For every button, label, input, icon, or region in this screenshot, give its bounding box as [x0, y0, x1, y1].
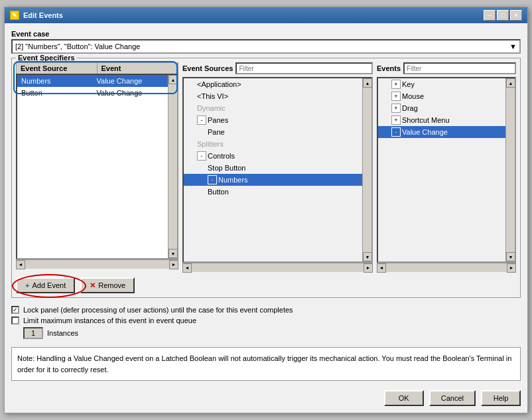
help-button[interactable]: Help — [481, 390, 521, 406]
src-hscroll-left[interactable]: ◄ — [182, 263, 192, 273]
lock-panel-label: Lock panel (defer processing of user act… — [23, 306, 293, 314]
event-value-change[interactable]: -Value Change — [378, 126, 505, 138]
instances-input[interactable]: 1 — [23, 327, 43, 339]
valuechange-expand-icon[interactable]: - — [391, 127, 401, 137]
sources-hscrollbar[interactable]: ◄ ► — [182, 263, 373, 272]
sources-filter-input[interactable] — [235, 62, 373, 74]
events-filter-row: Events — [377, 62, 516, 74]
event-drag[interactable]: +Drag — [378, 102, 505, 114]
events-tree: +Key +Mouse +Drag +Shortcut Menu — [377, 77, 516, 263]
limit-instances-label: Limit maximum instances of this event in… — [23, 316, 196, 324]
sources-vscrollbar[interactable]: ▲ ▼ — [362, 78, 371, 261]
dialog-icon: ✎ — [10, 11, 19, 20]
event-case-section: Event case [2] "Numbers", "Button": Valu… — [11, 30, 521, 54]
event-shortcut-menu[interactable]: +Shortcut Menu — [378, 114, 505, 126]
specifiers-hscrollbar[interactable]: ◄ ► — [16, 259, 178, 269]
sources-scroll-up[interactable]: ▲ — [363, 78, 372, 88]
event-cell: Value Change — [93, 76, 168, 86]
events-label: Events — [377, 64, 401, 72]
events-hscrollbar[interactable]: ◄ ► — [377, 263, 516, 272]
dialog-footer: OK Cancel Help — [11, 390, 521, 406]
source-controls[interactable]: -Controls — [184, 150, 362, 162]
scroll-up-btn[interactable]: ▲ — [168, 75, 178, 84]
title-bar-left: ✎ Edit Events — [10, 11, 63, 20]
restore-button[interactable]: □ — [497, 10, 509, 21]
specifiers-vscrollbar[interactable]: ▲ ▼ — [168, 75, 177, 258]
event-specifiers-group: Event Specifiers Event Source Event — [11, 58, 521, 298]
col-event-source: Event Source — [17, 63, 98, 74]
title-bar: ✎ Edit Events ─ □ ✕ — [5, 7, 527, 23]
hscroll-left-btn[interactable]: ◄ — [16, 260, 25, 269]
events-scroll-up[interactable]: ▲ — [506, 78, 515, 88]
shortcut-expand-icon[interactable]: + — [391, 115, 401, 125]
event-case-dropdown[interactable]: [2] "Numbers", "Button": Value Change ▼ — [11, 39, 521, 54]
source-panes[interactable]: -Panes — [184, 114, 362, 126]
event-case-row: [2] "Numbers", "Button": Value Change ▼ — [11, 39, 521, 54]
event-mouse[interactable]: +Mouse — [378, 90, 505, 102]
source-application[interactable]: <Application> — [184, 78, 362, 90]
event-key[interactable]: +Key — [378, 78, 505, 90]
minimize-button[interactable]: ─ — [484, 10, 496, 21]
col-event: Event — [98, 63, 178, 74]
source-this-vi[interactable]: <This VI> — [184, 90, 362, 102]
event-cell: Value Change — [93, 88, 168, 98]
sources-scroll-down[interactable]: ▼ — [363, 252, 372, 261]
edit-events-dialog: ✎ Edit Events ─ □ ✕ Event case [2] "Numb… — [4, 7, 528, 413]
event-sources-section: Event Sources <Application> <This VI> Dy… — [182, 62, 373, 272]
scroll-down-btn[interactable]: ▼ — [168, 249, 178, 258]
numbers-expand-icon[interactable]: - — [208, 175, 217, 184]
event-case-value: [2] "Numbers", "Button": Value Change — [15, 42, 140, 50]
options-section: Lock panel (defer processing of user act… — [11, 306, 521, 339]
limit-instances-row: Limit maximum instances of this event in… — [11, 316, 521, 324]
dialog-body: Event case [2] "Numbers", "Button": Valu… — [5, 23, 527, 413]
hscroll-right-btn[interactable]: ► — [169, 260, 178, 269]
sources-filter-row: Event Sources — [182, 62, 373, 74]
evt-hscroll-right[interactable]: ► — [507, 263, 516, 273]
src-hscroll-track — [192, 265, 364, 271]
source-cell: Numbers — [17, 76, 93, 86]
instances-row: 1 Instances — [11, 327, 521, 339]
event-case-label: Event case — [11, 30, 521, 38]
sources-tree: <Application> <This VI> Dynamic -Panes P… — [182, 77, 373, 263]
lock-panel-checkbox[interactable] — [11, 306, 19, 314]
src-hscroll-right[interactable]: ► — [364, 263, 373, 273]
hscroll-track — [25, 261, 169, 268]
source-button[interactable]: Button — [184, 186, 362, 198]
limit-instances-checkbox[interactable] — [11, 316, 19, 324]
sources-label: Event Sources — [182, 64, 233, 72]
plus-icon: + — [25, 281, 29, 289]
sources-tree-items: <Application> <This VI> Dynamic -Panes P… — [184, 78, 362, 261]
source-stop-button[interactable]: Stop Button — [184, 162, 362, 174]
events-section: Events +Key +Mouse — [377, 62, 516, 272]
add-event-button[interactable]: + Add Event — [16, 277, 75, 293]
ok-button[interactable]: OK — [384, 390, 424, 406]
mouse-expand-icon[interactable]: + — [391, 92, 401, 101]
remove-button[interactable]: ✕ Remove — [80, 277, 135, 293]
close-button[interactable]: ✕ — [510, 10, 522, 21]
source-cell: Button — [17, 88, 93, 98]
add-event-label: Add Event — [32, 281, 66, 289]
panes-expand-icon[interactable]: - — [197, 115, 206, 125]
evt-hscroll-left[interactable]: ◄ — [377, 263, 386, 273]
note-box: Note: Handling a Value Changed event on … — [11, 347, 521, 381]
source-numbers[interactable]: -Numbers — [184, 174, 362, 186]
events-scroll-down[interactable]: ▼ — [506, 252, 515, 261]
table-row[interactable]: Numbers Value Change — [17, 75, 168, 87]
events-tree-items: +Key +Mouse +Drag +Shortcut Menu — [378, 78, 505, 261]
title-bar-controls: ─ □ ✕ — [484, 10, 522, 21]
drag-expand-icon[interactable]: + — [391, 104, 401, 113]
events-filter-input[interactable] — [403, 62, 516, 74]
controls-expand-icon[interactable]: - — [197, 151, 206, 161]
source-pane[interactable]: Pane — [184, 126, 362, 138]
lock-panel-row: Lock panel (defer processing of user act… — [11, 306, 521, 314]
table-header: Event Source Event — [16, 62, 178, 74]
table-row[interactable]: Button Value Change — [17, 87, 168, 99]
events-vscrollbar[interactable]: ▲ ▼ — [505, 78, 515, 261]
evt-hscroll-track — [386, 265, 507, 271]
instances-label: Instances — [47, 329, 78, 337]
specifiers-table: Event Source Event Numbers Value Change — [16, 62, 178, 269]
cancel-button[interactable]: Cancel — [429, 390, 476, 406]
key-expand-icon[interactable]: + — [391, 80, 401, 89]
remove-label: Remove — [98, 281, 125, 289]
source-splitters: Splitters — [184, 138, 362, 150]
